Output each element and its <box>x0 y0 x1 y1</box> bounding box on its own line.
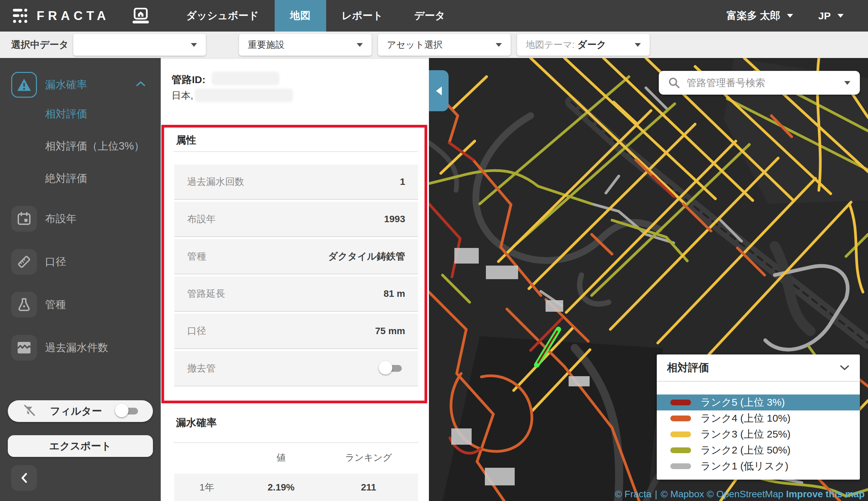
attr-label: 管種 <box>187 250 206 263</box>
search-input[interactable] <box>687 77 844 88</box>
dropdown-value: 重要施設 <box>248 39 284 51</box>
panel-collapse-tab[interactable] <box>429 70 448 111</box>
filter-toolbar: 選択中データ 重要施設 アセット選択 地図テーマ: ダーク <box>0 32 868 58</box>
attr-value: 75 mm <box>375 326 405 337</box>
layer-sidebar: 漏水確率 相対評価 相対評価（上位3%） 絶対評価 布設年 <box>0 58 161 501</box>
sidebar-label-diameter[interactable]: 口径 <box>45 255 66 269</box>
legend-label: ランク3 (上位 25%) <box>701 427 791 441</box>
attribution-fracta[interactable]: © Fracta <box>615 489 651 499</box>
attr-label: 撤去管 <box>187 362 216 375</box>
flask-icon <box>17 298 31 312</box>
warning-triangle-icon <box>17 78 32 92</box>
attr-row-install-year: 布設年 1993 <box>174 202 418 237</box>
sidebar-label-install-year[interactable]: 布設年 <box>45 212 77 226</box>
legend-item-rank1[interactable]: ランク1 (低リスク) <box>657 458 860 474</box>
sidebar-item-leak-history[interactable] <box>11 335 37 361</box>
tab-dashboard[interactable]: ダッシュボード <box>171 0 274 32</box>
attr-label: 管路延長 <box>187 287 225 300</box>
redacted-location <box>195 88 293 102</box>
attr-value: 81 m <box>383 288 405 299</box>
map-theme-dropdown[interactable]: 地図テーマ: ダーク <box>517 34 650 56</box>
sidebar-subitem-relative-eval[interactable]: 相対評価 <box>45 107 87 121</box>
export-label: エクスポート <box>49 439 111 453</box>
home-laptop-icon[interactable] <box>132 8 150 24</box>
search-icon <box>668 77 680 88</box>
legend-item-rank5[interactable]: ランク5 (上位 3%) <box>657 394 860 411</box>
attr-row-removed-pipe: 撤去管 <box>174 351 418 386</box>
caret-down-icon <box>357 43 363 47</box>
filter-label: フィルター <box>50 404 102 418</box>
sidebar-item-install-year[interactable] <box>11 206 37 232</box>
legend-item-rank2[interactable]: ランク2 (上位 50%) <box>657 442 860 458</box>
tab-map[interactable]: 地図 <box>275 0 326 32</box>
attr-value: 1993 <box>384 214 405 225</box>
triangle-left-icon <box>436 86 442 95</box>
sidebar-item-pipe-material[interactable] <box>11 292 37 318</box>
map-attribution: © Fracta|© Mapbox © OpenStreetMap Improv… <box>615 489 865 500</box>
sidebar-label-leak-history[interactable]: 過去漏水件数 <box>45 341 108 355</box>
dropdown-prefix: 地図テーマ: <box>526 39 575 51</box>
sidebar-label-pipe-material[interactable]: 管種 <box>45 298 66 312</box>
user-name: 富楽多 太郎 <box>727 9 780 23</box>
legend-header[interactable]: 相対評価 <box>657 354 860 382</box>
column-header-ranking: ランキング <box>345 451 392 464</box>
sidebar-subitem-absolute-eval[interactable]: 絶対評価 <box>45 171 87 185</box>
tab-data[interactable]: データ <box>399 0 461 32</box>
sidebar-label-leak-probability[interactable]: 漏水確率 <box>45 78 87 92</box>
attribution-mapbox[interactable]: © Mapbox <box>661 489 704 499</box>
export-button[interactable]: エクスポート <box>8 435 153 457</box>
language-menu[interactable]: JP <box>818 10 844 22</box>
filter-toggle-button[interactable]: フィルター <box>8 400 153 422</box>
chevron-left-icon <box>20 472 29 484</box>
dropdown-value: ダーク <box>577 38 606 51</box>
legend-label: ランク4 (上位 10%) <box>701 412 791 425</box>
tab-report[interactable]: レポート <box>326 0 399 32</box>
rank3-swatch <box>670 431 691 437</box>
collapse-sidebar-button[interactable] <box>11 465 37 491</box>
legend-item-rank4[interactable]: ランク4 (上位 10%) <box>657 411 860 426</box>
legend-label: ランク2 (上位 50%) <box>701 443 791 457</box>
filter-off-icon <box>23 405 35 417</box>
cell-ranking: 211 <box>361 482 376 493</box>
caret-down-icon <box>787 14 793 18</box>
improve-map-link[interactable]: Improve this map <box>786 489 865 499</box>
filter-switch[interactable] <box>117 407 138 415</box>
leak-table-row: 1年 2.19% 211 <box>174 473 418 501</box>
caret-down-icon <box>844 81 850 85</box>
pipe-search-box[interactable] <box>659 71 860 95</box>
attributes-section-title: 属性 <box>176 133 196 147</box>
map-container: 相対評価 ランク5 (上位 3%) ランク4 (上位 10%) ランク3 (上位… <box>429 58 868 501</box>
selected-data-dropdown[interactable] <box>73 34 206 56</box>
critical-facility-dropdown[interactable]: 重要施設 <box>239 34 372 56</box>
chevron-up-icon[interactable] <box>135 81 146 87</box>
user-menu[interactable]: 富楽多 太郎 <box>727 9 793 23</box>
fracta-logo-icon <box>13 8 28 24</box>
switch-thumb <box>115 404 129 417</box>
navbar-right: 富楽多 太郎 JP <box>727 9 844 23</box>
pipe-location: 日本, <box>172 89 193 102</box>
top-navbar: FRACTA ダッシュボード 地図 レポート データ 富楽多 太郎 JP <box>0 0 868 32</box>
sidebar-item-leak-probability[interactable] <box>11 72 37 98</box>
selected-data-label: 選択中データ <box>11 32 68 58</box>
cell-value: 2.19% <box>268 482 294 493</box>
fracta-app: FRACTA ダッシュボード 地図 レポート データ 富楽多 太郎 JP 選択中… <box>0 0 868 501</box>
pipe-id-label: 管路ID: <box>172 73 205 87</box>
attr-row-diameter: 口径 75 mm <box>174 314 418 349</box>
pipe-detail-panel: 管路ID: 日本, 属性 過去漏水回数 1 布設年 1993 管種 ダクタイル鋳… <box>161 58 429 501</box>
attr-label: 口径 <box>187 324 206 338</box>
sidebar-item-diameter[interactable] <box>11 249 37 275</box>
asset-select-dropdown[interactable]: アセット選択 <box>378 34 511 56</box>
sidebar-subitem-relative-eval-top3[interactable]: 相対評価（上位3%） <box>45 139 144 153</box>
dropdown-value: アセット選択 <box>387 39 443 51</box>
legend-title: 相対評価 <box>667 361 709 375</box>
column-header-value: 値 <box>277 451 286 464</box>
removed-pipe-switch[interactable] <box>381 364 402 372</box>
attr-value: 1 <box>400 177 405 187</box>
legend-label: ランク1 (低リスク) <box>701 459 788 473</box>
attribution-osm[interactable]: © OpenStreetMap <box>707 489 783 499</box>
caret-down-icon <box>496 43 502 47</box>
rank1-swatch <box>670 463 691 469</box>
switch-thumb <box>379 361 392 374</box>
map-legend: 相対評価 ランク5 (上位 3%) ランク4 (上位 10%) ランク3 (上位… <box>657 354 860 480</box>
legend-item-rank3[interactable]: ランク3 (上位 25%) <box>657 426 860 442</box>
